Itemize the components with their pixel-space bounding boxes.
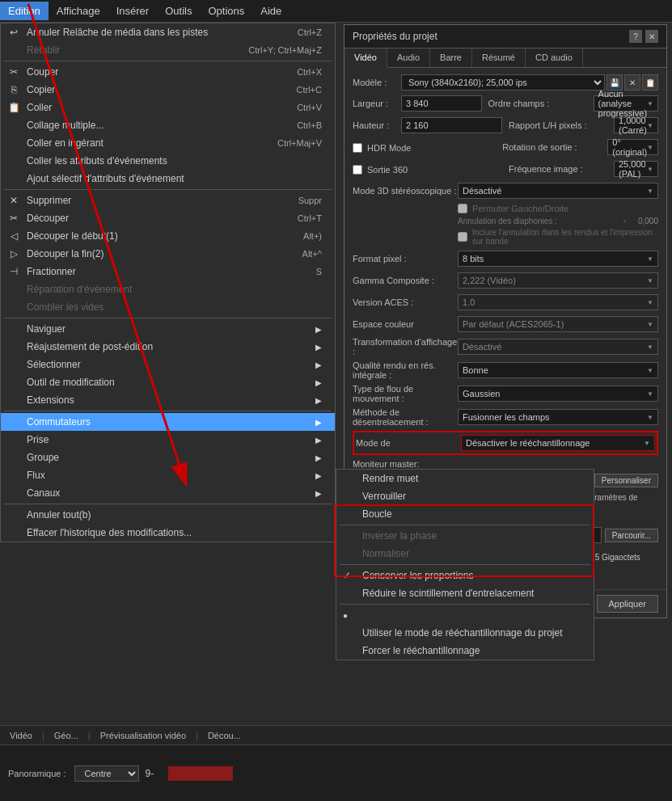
format-pixel-value: 8 bits <box>463 254 484 263</box>
groupe-arrow: ▶ <box>315 453 322 462</box>
tab-barre[interactable]: Barre <box>430 48 472 67</box>
tab-resume[interactable]: Résumé <box>472 48 526 67</box>
menu-decouper[interactable]: ✂ Découper Ctrl+T <box>1 209 335 227</box>
submenu-normaliser[interactable]: Normaliser <box>336 545 594 563</box>
parcourir-btn[interactable]: Parcourir... <box>605 529 658 542</box>
menu-naviguer[interactable]: Naviguer ▶ <box>1 320 335 338</box>
commutateurs-submenu: Rendre muet Verrouiller Boucle Inverser … <box>336 469 594 660</box>
menu-annuler-tout[interactable]: Annuler tout(b) <box>1 506 335 524</box>
appliquer-btn[interactable]: Appliquer <box>597 595 658 613</box>
submenu-rendre-muet[interactable]: Rendre muet <box>336 470 594 487</box>
transformation-label: Transformation d'affichage : <box>353 337 458 356</box>
menu-fractionner[interactable]: ⊣ Fractionner S <box>1 263 335 280</box>
rapport-lh-select[interactable]: 1,0000 (Carré) <box>614 117 658 133</box>
aces-select[interactable]: 1.0 <box>458 294 658 310</box>
transformation-select[interactable]: Désactivé <box>458 339 658 355</box>
rapport-lh-row: Rapport L/H pixels : 1,0000 (Carré) <box>509 116 658 134</box>
submenu-reduire-scintillement[interactable]: Réduire le scintillement d'entrelacement <box>336 584 594 602</box>
submenu-verrouiller[interactable]: Verrouiller <box>336 487 594 505</box>
espace-couleur-select[interactable]: Par défaut (ACES2065-1) <box>458 316 658 332</box>
modele-save-btn[interactable]: 💾 <box>606 74 623 91</box>
menu-retablir[interactable]: Rétablir Ctrl+Y; Ctrl+Maj+Z <box>1 41 335 59</box>
menu-couper[interactable]: ✂ Couper Ctrl+X <box>1 63 335 81</box>
canaux-arrow: ▶ <box>315 489 322 498</box>
mode-de-select[interactable]: Désactiver le rééchantillonnage <box>461 435 655 451</box>
menu-groupe[interactable]: Groupe ▶ <box>1 449 335 466</box>
menu-coller[interactable]: 📋 Coller Ctrl+V <box>1 99 335 116</box>
hauteur-input[interactable] <box>401 117 502 133</box>
menu-flux[interactable]: Flux ▶ <box>1 466 335 484</box>
menu-collage-multiple[interactable]: Collage multiple... Ctrl+B <box>1 116 335 134</box>
mode3d-select[interactable]: Désactivé <box>458 183 658 199</box>
menu-commutateurs[interactable]: Commutateurs ▶ <box>1 413 335 431</box>
submenu-sep2 <box>340 564 590 565</box>
menu-ajout-selectif[interactable]: Ajout sélectif d'attributs d'événement <box>1 170 335 188</box>
hdr-checkbox[interactable] <box>353 143 362 153</box>
menu-coller-attributs[interactable]: Coller les attributs d'événements <box>1 152 335 170</box>
submenu-boucle[interactable]: Boucle <box>336 505 594 523</box>
modele-del-btn[interactable]: ✕ <box>624 74 640 91</box>
submenu-scintillement-label: Réduire le scintillement d'entrelacement <box>362 588 581 599</box>
methode-value: Fusionner les champs <box>463 412 550 422</box>
menubar-outils[interactable]: Outils <box>157 2 200 20</box>
selectionner-arrow: ▶ <box>315 360 322 369</box>
menu-decouper-debut[interactable]: ◁ Découper le début(1) Alt+) <box>1 227 335 245</box>
tab-cd-audio[interactable]: CD audio <box>526 48 583 67</box>
menu-reparation[interactable]: Réparation d'événement <box>1 280 335 298</box>
transformation-row: Transformation d'affichage : Désactivé <box>353 337 658 356</box>
tab-audio[interactable]: Audio <box>387 48 430 67</box>
rotation-select[interactable]: 0° (original) <box>607 139 658 155</box>
frequence-value: 25,000 (PAL) <box>619 159 647 179</box>
format-pixel-select[interactable]: 8 bits <box>458 251 658 267</box>
menu-outil-modification[interactable]: Outil de modification ▶ <box>1 373 335 391</box>
modele-select[interactable]: Sony (3840x2160); 25,000 ips <box>401 74 605 91</box>
dialog-close-btn[interactable]: ✕ <box>645 30 658 43</box>
dialog-help-btn[interactable]: ? <box>629 30 642 43</box>
largeur-input[interactable] <box>401 95 482 112</box>
sortie-frequence-row: Sortie 360 Fréquence image : 25,000 (PAL… <box>353 160 658 182</box>
menubar-options[interactable]: Options <box>200 2 252 20</box>
menu-combler-vides[interactable]: Combler les vides <box>1 298 335 316</box>
btab-geo[interactable]: Géo... <box>48 728 85 743</box>
menu-reajustement[interactable]: Réajustement de post-édition ▶ <box>1 338 335 356</box>
personnaliser-btn[interactable]: Personnaliser <box>594 474 658 487</box>
menu-prise[interactable]: Prise ▶ <box>1 431 335 449</box>
menubar-affichage[interactable]: Affichage <box>49 2 108 20</box>
submenu-inverser-phase[interactable]: Inverser la phase <box>336 527 594 545</box>
menu-copier[interactable]: ⎘ Copier Ctrl+C <box>1 81 335 99</box>
menu-supprimer[interactable]: ✕ Supprimer Suppr <box>1 192 335 209</box>
panoramique-dropdown[interactable]: Centre <box>74 765 139 782</box>
modele-info-btn[interactable]: 📋 <box>642 74 658 91</box>
submenu-conserver[interactable]: Conserver les proportions <box>336 567 594 584</box>
menu-selectionner[interactable]: Sélectionner ▶ <box>1 356 335 373</box>
submenu-desactiver[interactable]: Forcer le rééchantillonnage <box>336 642 594 660</box>
menu-annuler-tout-label: Annuler tout(b) <box>27 509 322 521</box>
mode3d-label: Mode 3D stéréoscopique : <box>353 186 458 196</box>
menubar-edition[interactable]: Edition <box>0 2 49 20</box>
submenu-utiliser-mode[interactable] <box>336 606 594 624</box>
tab-video[interactable]: Vidéo <box>344 48 387 68</box>
frequence-select[interactable]: 25,000 (PAL) <box>614 161 658 177</box>
type-flou-select[interactable]: Gaussien <box>458 386 658 402</box>
menu-combler-label: Combler les vides <box>27 301 322 313</box>
largeur-label: Largeur : <box>353 99 401 108</box>
submenu-forcer[interactable]: Utiliser le mode de rééchantillonnage du… <box>336 624 594 642</box>
btab-previsualisation[interactable]: Prévisualisation vidéo <box>94 728 192 743</box>
btab-decou[interactable]: Décou... <box>201 728 247 743</box>
menu-extensions[interactable]: Extensions ▶ <box>1 391 335 409</box>
qualite-select[interactable]: Bonne <box>458 362 658 378</box>
gamma-row: Gamma Composite : 2,222 (Vidéo) <box>353 272 658 289</box>
menu-effacer-historique[interactable]: Effacer l'historique des modifications..… <box>1 524 335 542</box>
menu-annuler[interactable]: ↩ Annuler Relâche de média dans les pist… <box>1 23 335 41</box>
menu-canaux[interactable]: Canaux ▶ <box>1 484 335 502</box>
menubar-inserer[interactable]: Insérer <box>108 2 157 20</box>
menu-decouper-fin[interactable]: ▷ Découper la fin(2) Alt+^ <box>1 245 335 263</box>
methode-select[interactable]: Fusionner les champs <box>458 409 658 425</box>
ordre-champs-select[interactable]: Aucun (analyse progressive) <box>594 95 658 112</box>
gamma-select[interactable]: 2,222 (Vidéo) <box>458 272 658 289</box>
menubar-aide[interactable]: Aide <box>252 2 290 20</box>
btab-video[interactable]: Vidéo <box>3 728 39 743</box>
sortie360-checkbox[interactable] <box>353 165 362 175</box>
menu-coller-ingerant[interactable]: Coller en ingérant Ctrl+Maj+V <box>1 134 335 152</box>
moniteur-section-label: Moniteur master: <box>353 459 658 469</box>
